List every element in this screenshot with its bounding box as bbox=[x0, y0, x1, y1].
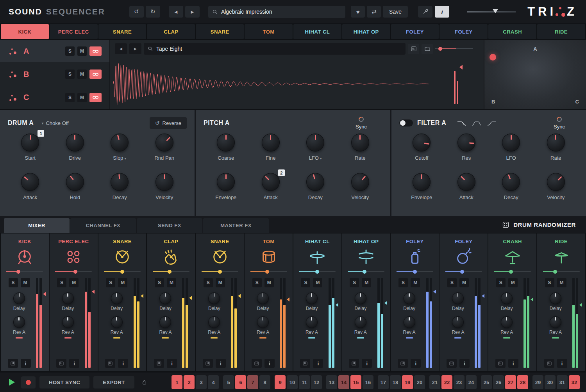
drum-pad-tab[interactable]: FOLEY bbox=[440, 24, 488, 39]
knob-dial[interactable] bbox=[351, 173, 369, 191]
reverb-send-knob[interactable]: Rev A bbox=[62, 316, 74, 339]
knob-dial[interactable] bbox=[413, 173, 431, 191]
layer-mute-button[interactable]: M bbox=[77, 93, 87, 102]
knob-control[interactable]: Coarse bbox=[217, 134, 235, 173]
knob-dial[interactable] bbox=[306, 134, 324, 151]
channel-volume-slider[interactable] bbox=[250, 269, 287, 274]
xy-pad-handle[interactable] bbox=[490, 54, 496, 61]
step-button[interactable]: 25 bbox=[481, 375, 492, 389]
keyboard-mapping-button[interactable] bbox=[349, 359, 359, 368]
step-button[interactable]: 11 bbox=[299, 375, 310, 389]
sample-waveform[interactable] bbox=[110, 58, 484, 109]
mixer-channel[interactable]: KICK S M Delay bbox=[1, 233, 49, 371]
channel-volume-handle[interactable] bbox=[363, 270, 366, 274]
knob-control[interactable]: Velocity bbox=[351, 173, 369, 212]
sample-layer-row[interactable]: C S M bbox=[0, 86, 109, 109]
channel-solo-button[interactable]: S bbox=[155, 278, 164, 287]
channel-solo-button[interactable]: S bbox=[545, 278, 554, 287]
mixer-channel[interactable]: HIHAT OP S M Delay bbox=[342, 233, 390, 371]
channel-volume-slider[interactable] bbox=[299, 269, 336, 274]
knob-control[interactable]: Velocity bbox=[547, 173, 565, 212]
mixer-tab[interactable]: SEND FX bbox=[137, 218, 202, 233]
next-sample-button[interactable]: ▶ bbox=[129, 43, 141, 54]
preset-search-input[interactable] bbox=[221, 9, 342, 15]
channel-solo-button[interactable]: S bbox=[106, 278, 115, 287]
step-button[interactable]: 4 bbox=[208, 375, 219, 389]
drum-pad-tab[interactable]: KICK bbox=[1, 24, 49, 39]
layer-mute-button[interactable]: M bbox=[77, 46, 87, 56]
sample-volume-slider[interactable] bbox=[435, 46, 473, 52]
keyboard-mapping-button[interactable] bbox=[300, 359, 310, 368]
step-button[interactable]: 19 bbox=[402, 375, 413, 389]
layer-link-button[interactable] bbox=[89, 69, 102, 79]
bandpass-filter-icon[interactable] bbox=[472, 120, 482, 126]
knob-control[interactable]: Envelope bbox=[411, 173, 432, 212]
channel-solo-button[interactable]: S bbox=[398, 278, 408, 287]
drum-pad-tab[interactable]: HIHAT OP bbox=[342, 24, 390, 39]
step-button[interactable]: 5 bbox=[223, 375, 234, 389]
reverb-send-knob[interactable]: Rev A bbox=[452, 316, 464, 339]
mixer-channel[interactable]: PERC ELEC S M Delay bbox=[50, 233, 98, 371]
filter-enable-toggle[interactable] bbox=[399, 119, 413, 127]
channel-volume-handle[interactable] bbox=[265, 270, 269, 274]
channel-mute-button[interactable]: M bbox=[557, 278, 566, 287]
channel-solo-button[interactable]: S bbox=[204, 278, 213, 287]
save-button[interactable]: Save bbox=[383, 6, 408, 18]
layer-solo-button[interactable]: S bbox=[65, 69, 75, 79]
knob-control[interactable]: Drive bbox=[66, 134, 84, 173]
step-button[interactable]: 12 bbox=[311, 375, 322, 389]
channel-volume-handle[interactable] bbox=[460, 270, 464, 274]
step-button[interactable]: 18 bbox=[390, 375, 401, 389]
channel-mute-button[interactable]: M bbox=[313, 278, 322, 287]
step-button[interactable]: 28 bbox=[517, 375, 528, 389]
drum-pad-tab[interactable]: SNARE bbox=[98, 24, 146, 39]
channel-volume-slider[interactable] bbox=[397, 269, 433, 274]
layer-link-button[interactable] bbox=[89, 93, 102, 102]
step-button[interactable]: 26 bbox=[493, 375, 504, 389]
knob-dial[interactable] bbox=[306, 173, 324, 191]
layer-solo-button[interactable]: S bbox=[65, 46, 75, 56]
drum-pad-tab[interactable]: SNARE bbox=[196, 24, 244, 39]
delay-send-knob[interactable]: Delay bbox=[403, 292, 415, 311]
info-button[interactable]: i bbox=[435, 6, 449, 18]
mixer-channel[interactable]: FOLEY S M Delay bbox=[440, 233, 488, 371]
knob-dial[interactable] bbox=[457, 134, 475, 151]
drum-pad-tab[interactable]: PERC ELEC bbox=[50, 24, 98, 39]
step-button[interactable]: 3 bbox=[196, 375, 207, 389]
step-button[interactable]: 1 bbox=[172, 375, 182, 389]
knob-dial[interactable] bbox=[21, 173, 39, 191]
step-button[interactable]: 29 bbox=[532, 375, 543, 389]
channel-mute-button[interactable]: M bbox=[216, 278, 225, 287]
delay-send-knob[interactable]: Delay bbox=[62, 292, 74, 311]
knob-dial[interactable] bbox=[217, 134, 235, 151]
lowpass-filter-icon[interactable] bbox=[457, 120, 467, 126]
knob-control[interactable]: Attack bbox=[21, 173, 39, 212]
keyboard-mapping-button[interactable] bbox=[105, 359, 115, 368]
knob-dial[interactable] bbox=[502, 173, 520, 191]
keyboard-mapping-button[interactable] bbox=[154, 359, 164, 368]
delay-send-knob[interactable]: Delay bbox=[111, 292, 123, 311]
prev-sample-button[interactable]: ◀ bbox=[115, 43, 127, 54]
channel-solo-button[interactable]: S bbox=[350, 278, 359, 287]
channel-mute-button[interactable]: M bbox=[21, 278, 30, 287]
keyboard-mapping-button[interactable] bbox=[203, 359, 213, 368]
knob-control[interactable]: Attack bbox=[457, 173, 475, 212]
drum-pad-tab[interactable]: RIDE bbox=[537, 24, 585, 39]
knob-control[interactable]: Decay bbox=[111, 173, 129, 212]
waveform-peak-marker-icon[interactable] bbox=[459, 65, 463, 69]
play-button[interactable] bbox=[6, 377, 17, 388]
keyboard-mapping-button[interactable] bbox=[8, 359, 18, 368]
channel-menu-button[interactable]: ⋮ bbox=[508, 359, 518, 368]
mixer-tab[interactable]: CHANNEL FX bbox=[70, 218, 136, 233]
channel-volume-slider[interactable] bbox=[494, 269, 531, 274]
layer-mute-button[interactable]: M bbox=[77, 69, 87, 79]
step-button[interactable]: 22 bbox=[441, 375, 452, 389]
redo-button[interactable]: ↻ bbox=[146, 6, 160, 18]
knob-control[interactable]: 2 Attack bbox=[262, 173, 280, 212]
step-button[interactable]: 8 bbox=[259, 375, 270, 389]
lock-button[interactable] bbox=[138, 376, 151, 388]
channel-volume-handle[interactable] bbox=[73, 270, 77, 274]
channel-volume-handle[interactable] bbox=[413, 270, 417, 274]
channel-volume-handle[interactable] bbox=[168, 270, 172, 274]
channel-mute-button[interactable]: M bbox=[508, 278, 518, 287]
